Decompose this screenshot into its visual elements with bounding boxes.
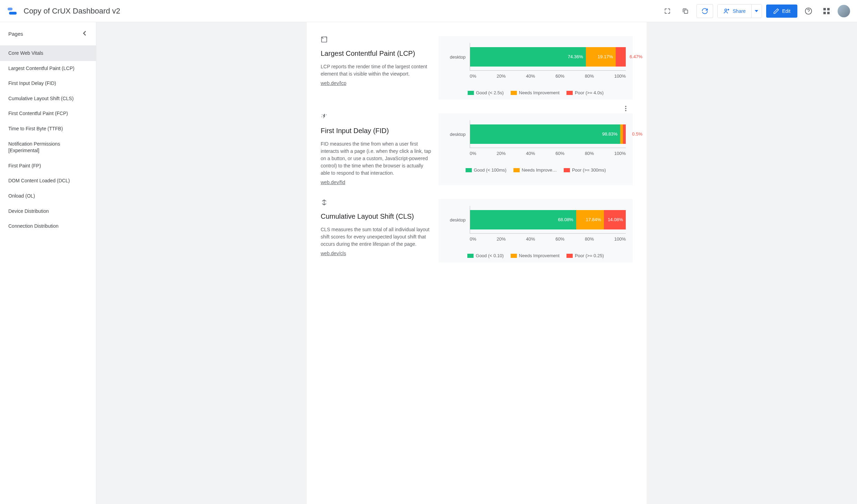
svg-point-12 xyxy=(321,116,322,117)
bar-row: 74.36% 19.17% 6.47% xyxy=(470,47,626,67)
apps-button[interactable] xyxy=(820,4,833,18)
share-dropdown-button[interactable] xyxy=(751,5,762,18)
collapse-sidebar-button[interactable] xyxy=(81,29,88,38)
svg-point-15 xyxy=(625,110,626,111)
report-canvas[interactable]: Largest Contentful Paint (LCP) LCP repor… xyxy=(96,22,857,504)
sidebar-item-2[interactable]: First Input Delay (FID) xyxy=(0,76,96,91)
svg-point-14 xyxy=(625,108,626,109)
sidebar-item-6[interactable]: Notification Permissions [Experimental] xyxy=(0,137,96,158)
report-page: Largest Contentful Paint (LCP) LCP repor… xyxy=(307,22,647,504)
bar-poor: 6.47% xyxy=(616,47,626,67)
chart-legend: Good (< 2.5s) Needs Improvement Poor (>=… xyxy=(445,90,626,95)
metric-link[interactable]: web.dev/fid xyxy=(321,180,345,185)
x-axis: 0%20%40%60%80%100% xyxy=(470,234,626,242)
x-axis: 0%20%40%60%80%100% xyxy=(470,71,626,79)
y-axis-label: desktop xyxy=(445,206,470,234)
metric-description: CLS measures the sum total of all indivi… xyxy=(321,226,432,248)
chart-menu-button[interactable] xyxy=(623,104,629,114)
edit-label: Edit xyxy=(782,8,790,14)
y-axis-label: desktop xyxy=(445,43,470,71)
svg-point-11 xyxy=(326,114,327,115)
svg-point-3 xyxy=(725,9,727,11)
metric-title: First Input Delay (FID) xyxy=(321,127,432,135)
looker-studio-logo xyxy=(7,6,18,17)
svg-point-10 xyxy=(322,114,322,115)
metric-link[interactable]: web.dev/cls xyxy=(321,251,346,256)
svg-rect-6 xyxy=(827,8,830,10)
metric-link[interactable]: web.dev/lcp xyxy=(321,80,346,86)
svg-rect-8 xyxy=(827,12,830,14)
x-axis: 0%20%40%60%80%100% xyxy=(470,148,626,156)
sidebar-item-3[interactable]: Cumulative Layout Shift (CLS) xyxy=(0,91,96,106)
document-title[interactable]: Copy of CrUX Dashboard v2 xyxy=(24,7,120,16)
chart-legend: Good (< 0.10) Needs Improvement Poor (>=… xyxy=(445,253,626,258)
chart-lcp[interactable]: desktop 74.36% 19.17% 6.47% 0%20%40%60%8… xyxy=(439,36,633,99)
metric-description: LCP reports the render time of the large… xyxy=(321,63,432,78)
svg-rect-1 xyxy=(9,12,17,15)
chart-cls[interactable]: desktop 68.08% 17.84% 14.08% 0%20%40%60%… xyxy=(439,199,633,262)
sidebar-item-4[interactable]: First Contentful Paint (FCP) xyxy=(0,106,96,121)
bar-poor: 0.5% xyxy=(623,124,626,144)
sidebar-item-10[interactable]: Device Distribution xyxy=(0,204,96,219)
cls-icon xyxy=(321,199,432,207)
bar-row: 68.08% 17.84% 14.08% xyxy=(470,210,626,229)
fullscreen-button[interactable] xyxy=(660,4,674,18)
chart-fid[interactable]: desktop 98.83% 0.5% 0%20%40%60%80%100% G… xyxy=(439,113,633,185)
bar-good: 98.83% xyxy=(470,124,620,144)
sidebar-title: Pages xyxy=(8,31,23,37)
svg-point-13 xyxy=(625,106,626,107)
sidebar-item-5[interactable]: Time to First Byte (TTFB) xyxy=(0,121,96,137)
y-axis-label: desktop xyxy=(445,120,470,148)
bar-poor: 14.08% xyxy=(604,210,626,229)
refresh-button[interactable] xyxy=(696,4,713,18)
bar-good: 68.08% xyxy=(470,210,576,229)
metric-title: Cumulative Layout Shift (CLS) xyxy=(321,212,432,220)
sidebar-item-8[interactable]: DOM Content Loaded (DCL) xyxy=(0,173,96,189)
svg-rect-0 xyxy=(8,8,12,10)
help-button[interactable] xyxy=(802,4,815,18)
app-header: Copy of CrUX Dashboard v2 Share Edit xyxy=(0,0,857,22)
fid-icon xyxy=(321,113,432,121)
svg-rect-5 xyxy=(823,8,826,10)
share-button-group: Share xyxy=(717,4,762,18)
metric-card-lcp: Largest Contentful Paint (LCP) LCP repor… xyxy=(307,33,647,110)
metric-card-fid: First Input Delay (FID) FID measures the… xyxy=(307,110,647,195)
share-button[interactable]: Share xyxy=(718,5,751,18)
bar-ni: 19.17% xyxy=(586,47,616,67)
sidebar-item-1[interactable]: Largest Contentful Paint (LCP) xyxy=(0,61,96,76)
user-avatar[interactable] xyxy=(838,5,850,17)
share-label: Share xyxy=(733,8,746,14)
bar-ni: 17.84% xyxy=(576,210,604,229)
sidebar-item-11[interactable]: Connection Distribution xyxy=(0,219,96,234)
metric-title: Largest Contentful Paint (LCP) xyxy=(321,50,432,58)
bar-good: 74.36% xyxy=(470,47,586,67)
pages-sidebar: Pages Core Web VitalsLargest Contentful … xyxy=(0,22,96,504)
svg-rect-7 xyxy=(823,12,826,14)
edit-button[interactable]: Edit xyxy=(766,5,797,18)
metric-description: FID measures the time from when a user f… xyxy=(321,140,432,177)
sidebar-item-7[interactable]: First Paint (FP) xyxy=(0,158,96,174)
lcp-icon xyxy=(321,36,432,44)
chart-legend: Good (< 100ms) Needs Improve… Poor (>= 3… xyxy=(445,167,626,173)
metric-card-cls: Cumulative Layout Shift (CLS) CLS measur… xyxy=(307,195,647,273)
sidebar-item-9[interactable]: Onload (OL) xyxy=(0,189,96,204)
sidebar-item-0[interactable]: Core Web Vitals xyxy=(0,46,96,61)
svg-rect-2 xyxy=(684,10,687,13)
bar-row: 98.83% 0.5% xyxy=(470,124,626,144)
bar-ni xyxy=(620,124,623,144)
copy-button[interactable] xyxy=(678,4,692,18)
